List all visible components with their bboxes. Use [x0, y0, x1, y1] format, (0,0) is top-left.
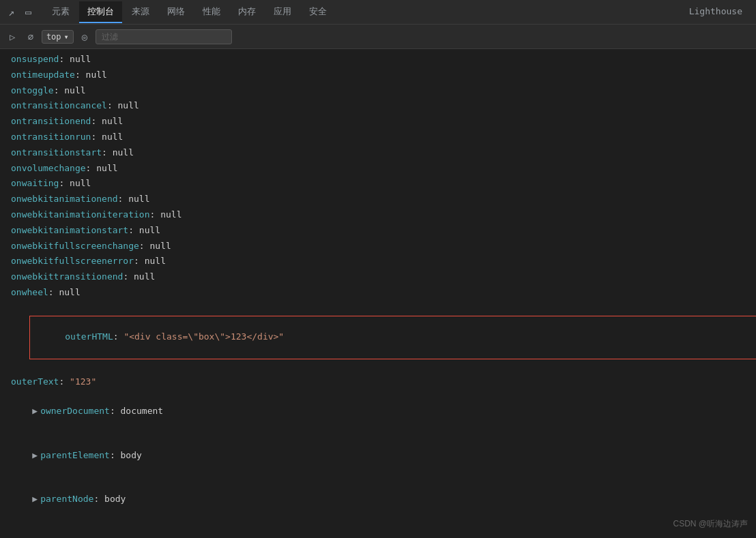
- tab-application[interactable]: 应用: [265, 1, 300, 23]
- outerhtml-highlight: outerHTML: "<div class=\"box\">123</div>…: [29, 316, 756, 359]
- run-script-icon[interactable]: ▷: [5, 29, 19, 45]
- console-line-onsuspend: onsuspend: null: [0, 52, 756, 68]
- filter-input[interactable]: [96, 29, 232, 44]
- device-icon[interactable]: ▭: [23, 3, 34, 21]
- tab-memory[interactable]: 内存: [230, 1, 264, 23]
- tab-lighthouse[interactable]: Lighthouse: [681, 2, 751, 22]
- console-line-onwebkitfullscreenerror: onwebkitfullscreenerror: null: [0, 254, 756, 269]
- console-line-ontimeupdate: ontimeupdate: null: [0, 68, 756, 83]
- console-line-onwebkitfullscreenchange: onwebkitfullscreenchange: null: [0, 239, 756, 254]
- console-toolbar: ▷ ∅ top ▾ ◎: [0, 25, 756, 49]
- console-line-ontransitionend: ontransitionend: null: [0, 114, 756, 130]
- console-line-onwebkittransitionend: onwebkittransitionend: null: [0, 269, 756, 285]
- expand-parentelement-icon[interactable]: ▶: [32, 450, 38, 460]
- context-label: top: [46, 32, 61, 42]
- console-line-ontransitioncancel: ontransitioncancel: null: [0, 98, 756, 114]
- tab-elements[interactable]: 元素: [44, 1, 78, 23]
- tab-network[interactable]: 网络: [159, 1, 193, 23]
- expand-parentnode-icon[interactable]: ▶: [32, 494, 38, 504]
- console-line-onwebkitanimationstart: onwebkitanimationstart: null: [0, 223, 756, 239]
- console-output[interactable]: onsuspend: null ontimeupdate: null ontog…: [0, 49, 756, 538]
- console-line-ontoggle: ontoggle: null: [0, 83, 756, 99]
- tab-console[interactable]: 控制台: [79, 1, 122, 23]
- tab-performance[interactable]: 性能: [194, 1, 229, 23]
- console-line-onwheel: onwheel: null: [0, 285, 756, 301]
- tab-sources[interactable]: 来源: [123, 1, 158, 23]
- expand-ownerdocument-icon[interactable]: ▶: [32, 406, 38, 416]
- clear-console-icon[interactable]: ∅: [23, 29, 37, 45]
- eye-icon[interactable]: ◎: [78, 29, 91, 45]
- console-line-parentnode[interactable]: ▶parentNode: body: [0, 477, 756, 521]
- console-line-onwebkitanimationend: onwebkitanimationend: null: [0, 192, 756, 207]
- tab-security[interactable]: 安全: [301, 1, 335, 23]
- watermark: CSDN @听海边涛声: [673, 518, 748, 530]
- console-line-outertext: outerText: "123": [0, 374, 756, 390]
- console-line-onwaiting: onwaiting: null: [0, 176, 756, 192]
- context-dropdown-icon: ▾: [64, 32, 69, 42]
- console-line-onwebkitanimationiteration: onwebkitanimationiteration: null: [0, 207, 756, 223]
- select-icon[interactable]: ↗: [5, 3, 17, 21]
- console-line-onvolumechange: onvolumechange: null: [0, 161, 756, 177]
- console-line-ownerdocument[interactable]: ▶ownerDocument: document: [0, 390, 756, 434]
- console-line-parentelement[interactable]: ▶parentElement: body: [0, 434, 756, 477]
- console-line-outerhtml: outerHTML: "<div class=\"box\">123</div>…: [0, 301, 756, 374]
- context-selector[interactable]: top ▾: [42, 30, 74, 44]
- console-line-ontransitionstart: ontransitionstart: null: [0, 145, 756, 161]
- console-line-ontransitionrun: ontransitionrun: null: [0, 130, 756, 145]
- tab-bar: ↗ ▭ 元素 控制台 来源 网络 性能 内存 应用 安全 Lighthouse: [0, 0, 756, 25]
- devtools-icons: ↗ ▭: [5, 3, 34, 21]
